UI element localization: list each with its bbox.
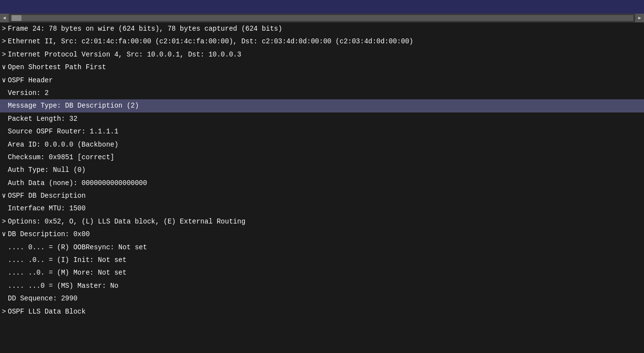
tree-line-oobresync: .... 0... = (R) OOBResync: Not set xyxy=(0,241,644,254)
tree-line-pkt-len: Packet Length: 32 xyxy=(0,112,644,125)
line-text-msg-type: Message Type: DB Description (2) xyxy=(8,100,139,111)
tree-line-ospf[interactable]: ∨ Open Shortest Path First xyxy=(0,61,644,74)
line-text-options: Options: 0x52, O, (L) LLS Data block, (E… xyxy=(8,216,245,227)
tree-line-checksum: Checksum: 0x9851 [correct] xyxy=(0,151,644,164)
scrollbar-track[interactable] xyxy=(11,15,633,21)
line-text-more: .... ..0. = (M) More: Not set xyxy=(8,267,127,278)
tree-line-lls-block[interactable]: > OSPF LLS Data Block xyxy=(0,305,644,318)
expand-icon-db-desc[interactable]: ∨ xyxy=(0,229,8,240)
tree-line-ospf-header[interactable]: ∨ OSPF Header xyxy=(0,74,644,87)
expand-icon-ospf-header[interactable]: ∨ xyxy=(0,75,8,86)
expand-icon-ethernet[interactable]: > xyxy=(0,36,8,47)
scrollbar-thumb[interactable] xyxy=(12,15,21,21)
tree-line-msg-type: Message Type: DB Description (2) xyxy=(0,99,644,112)
line-text-ospf-header: OSPF Header xyxy=(8,75,53,86)
tree-line-db-desc[interactable]: ∨ DB Description: 0x00 xyxy=(0,228,644,241)
scrollbar-container[interactable]: ◄ ► xyxy=(0,14,644,22)
expand-icon-ospf-db-desc[interactable]: ∨ xyxy=(0,190,8,201)
tree-line-auth-type: Auth Type: Null (0) xyxy=(0,164,644,176)
expand-icon-lls-block[interactable]: > xyxy=(0,306,8,317)
line-text-area-id: Area ID: 0.0.0.0 (Backbone) xyxy=(8,139,118,150)
expand-icon-frame[interactable]: > xyxy=(0,23,8,34)
line-text-version: Version: 2 xyxy=(8,88,49,98)
scroll-right-arrow[interactable]: ► xyxy=(635,14,644,22)
line-text-frame: Frame 24: 78 bytes on wire (624 bits), 7… xyxy=(8,23,282,34)
tree-line-init: .... .0.. = (I) Init: Not set xyxy=(0,254,644,266)
line-text-iface-mtu: Interface MTU: 1500 xyxy=(8,203,86,214)
line-text-auth-data: Auth Data (none): 0000000000000000 xyxy=(8,178,147,188)
line-text-init: .... .0.. = (I) Init: Not set xyxy=(8,255,127,265)
line-text-oobresync: .... 0... = (R) OOBResync: Not set xyxy=(8,242,147,253)
tree-line-more: .... ..0. = (M) More: Not set xyxy=(0,266,644,279)
tree-line-iface-mtu: Interface MTU: 1500 xyxy=(0,202,644,215)
line-text-src-router: Source OSPF Router: 1.1.1.1 xyxy=(8,126,118,137)
header-bar xyxy=(0,0,644,14)
line-text-checksum: Checksum: 0x9851 [correct] xyxy=(8,152,114,163)
expand-icon-options[interactable]: > xyxy=(0,216,8,227)
scroll-left-arrow[interactable]: ◄ xyxy=(0,14,9,22)
tree-line-options[interactable]: > Options: 0x52, O, (L) LLS Data block, … xyxy=(0,215,644,228)
expand-icon-ospf[interactable]: ∨ xyxy=(0,62,8,73)
line-text-auth-type: Auth Type: Null (0) xyxy=(8,165,86,175)
line-text-db-desc: DB Description: 0x00 xyxy=(8,229,90,240)
line-text-ospf-db-desc: OSPF DB Description xyxy=(8,190,86,201)
tree-line-ip[interactable]: > Internet Protocol Version 4, Src: 10.0… xyxy=(0,48,644,61)
line-text-master: .... ...0 = (MS) Master: No xyxy=(8,280,118,291)
line-text-ethernet: Ethernet II, Src: c2:01:4c:fa:00:00 (c2:… xyxy=(8,36,413,47)
tree-line-version: Version: 2 xyxy=(0,87,644,99)
tree-line-auth-data: Auth Data (none): 0000000000000000 xyxy=(0,177,644,189)
expand-icon-ip[interactable]: > xyxy=(0,49,8,60)
tree-line-ospf-db-desc[interactable]: ∨ OSPF DB Description xyxy=(0,189,644,202)
content-area: > Frame 24: 78 bytes on wire (624 bits),… xyxy=(0,22,644,318)
line-text-ospf: Open Shortest Path First xyxy=(8,62,106,73)
tree-line-master: .... ...0 = (MS) Master: No xyxy=(0,279,644,292)
tree-line-area-id: Area ID: 0.0.0.0 (Backbone) xyxy=(0,138,644,151)
line-text-ip: Internet Protocol Version 4, Src: 10.0.0… xyxy=(8,49,241,60)
tree-line-src-router: Source OSPF Router: 1.1.1.1 xyxy=(0,125,644,138)
line-text-lls-block: OSPF LLS Data Block xyxy=(8,306,86,317)
line-text-pkt-len: Packet Length: 32 xyxy=(8,113,78,124)
tree-line-dd-seq: DD Sequence: 2990 xyxy=(0,292,644,305)
line-text-dd-seq: DD Sequence: 2990 xyxy=(8,293,78,304)
tree-line-ethernet[interactable]: > Ethernet II, Src: c2:01:4c:fa:00:00 (c… xyxy=(0,35,644,48)
tree-line-frame[interactable]: > Frame 24: 78 bytes on wire (624 bits),… xyxy=(0,22,644,35)
